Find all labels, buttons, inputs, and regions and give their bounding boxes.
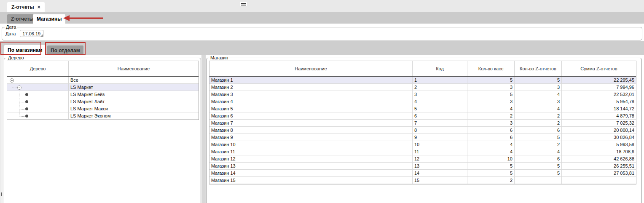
panel-splitter[interactable]: [201, 55, 206, 203]
tab-by-departments[interactable]: По отделам: [47, 45, 83, 55]
store-row[interactable]: Магазин 554418 144,72: [209, 105, 636, 112]
tree-row[interactable]: LS Маркет Бейз: [7, 91, 199, 98]
store-row[interactable]: Магазин 13135526 255,51: [209, 163, 636, 170]
tree-node-name[interactable]: LS Маркет: [69, 84, 199, 91]
store-name-cell: Магазин 12: [209, 155, 413, 162]
store-table: Наименование Код Кол-во касс Кол-во Z-от…: [209, 61, 636, 184]
store-code-cell: 13: [413, 163, 467, 169]
store-row[interactable]: Магазин 121210642 626,88: [209, 155, 636, 163]
store-z-count-cell: 2: [515, 141, 562, 148]
store-row[interactable]: Магазин 996530 826,84: [209, 134, 636, 141]
store-col-header-code[interactable]: Код: [413, 61, 467, 76]
tree-node-cell: [7, 77, 69, 83]
tree-row[interactable]: LS Маркет: [7, 84, 199, 91]
tree-table: Дерево Наименование ВсеLS МаркетLS Марке…: [7, 61, 199, 120]
store-z-sum-cell: 18 708,6: [562, 148, 636, 155]
splitter-grip-icon[interactable]: [240, 2, 247, 6]
window-tab-z-reports[interactable]: Z-отчеты ×: [7, 2, 45, 12]
tree-row[interactable]: LS Маркет Лайт: [7, 98, 199, 105]
store-cash-count-cell: 10: [467, 155, 515, 162]
date-value: 17.06.19: [22, 31, 40, 36]
store-z-count-cell: 2: [515, 120, 562, 126]
store-row[interactable]: Магазин 886620 808,14: [209, 127, 636, 134]
store-z-sum-cell: 30 826,84: [562, 134, 636, 141]
store-row[interactable]: Магазин 335422 532,01: [209, 91, 636, 98]
store-z-sum-cell: 5 993,58: [562, 141, 636, 148]
tree-connector-line: [19, 105, 19, 112]
splitter-handle-icon: [1, 192, 2, 196]
store-code-cell: 1: [413, 77, 467, 83]
store-row[interactable]: Магазин 11114418 708,6: [209, 148, 636, 155]
store-cash-count-cell: 5: [467, 170, 515, 176]
store-code-cell: 11: [413, 148, 467, 155]
tree-row[interactable]: LS Маркет Эконом: [7, 112, 199, 120]
tree-node-name[interactable]: LS Маркет Лайт: [69, 98, 199, 105]
store-row[interactable]: Магазин 115522 295,45: [209, 77, 636, 84]
store-code-cell: 15: [413, 177, 467, 184]
store-row[interactable]: Магазин 14145527 053,81: [209, 170, 636, 177]
tab-stores[interactable]: Магазины: [33, 14, 65, 24]
store-cash-count-cell: 2: [467, 112, 515, 119]
left-splitter[interactable]: [0, 55, 3, 203]
store-cash-count-cell: 6: [467, 127, 515, 134]
store-z-count-cell: 5: [515, 170, 562, 176]
date-input-grip-icon: [40, 34, 43, 37]
tree-node-name[interactable]: Все: [69, 77, 199, 83]
tree-node-name[interactable]: LS Маркет Эконом: [69, 112, 199, 119]
store-code-cell: 14: [413, 170, 467, 176]
store-z-count-cell: 3: [515, 98, 562, 105]
store-table-header: Наименование Код Кол-во касс Кол-во Z-от…: [209, 61, 636, 77]
store-z-sum-cell: 7 994,96: [562, 84, 636, 91]
tree-node-cell: [7, 98, 69, 105]
store-cash-count-cell: 5: [467, 163, 515, 169]
store-row[interactable]: Магазин 77327 025,32: [209, 120, 636, 127]
store-code-cell: 2: [413, 84, 467, 91]
view-tab-row: По магазинам По отделам: [0, 41, 644, 55]
store-z-count-cell: 6: [515, 127, 562, 134]
store-z-count-cell: 2: [515, 112, 562, 119]
tab-by-stores[interactable]: По магазинам: [4, 45, 46, 55]
store-col-header-name[interactable]: Наименование: [209, 61, 413, 76]
store-row[interactable]: Магазин 44335 954,78: [209, 98, 636, 105]
store-name-cell: Магазин 8: [209, 127, 413, 134]
close-icon[interactable]: ×: [38, 5, 40, 9]
store-row[interactable]: Магазин 1010425 993,58: [209, 141, 636, 148]
inner-tab-strip: Z-отчеты Магазины: [0, 12, 644, 24]
store-col-header-cash-count[interactable]: Кол-во касс: [467, 61, 515, 76]
collapse-icon[interactable]: [17, 85, 21, 90]
date-row: Дата Дата 17.06.19: [0, 24, 644, 41]
store-z-count-cell: 4: [515, 91, 562, 98]
tree-row[interactable]: LS Маркет Макси: [7, 105, 199, 112]
store-code-cell: 5: [413, 105, 467, 112]
tree-col-header-tree[interactable]: Дерево: [7, 61, 69, 76]
tree-connector-line: [12, 84, 12, 88]
store-code-cell: 6: [413, 112, 467, 119]
store-col-header-z-sum[interactable]: Сумма Z-отчетов: [562, 61, 636, 76]
store-col-header-z-count[interactable]: Кол-во Z-отчетов: [515, 61, 562, 76]
store-z-sum-cell: 4 879,78: [562, 112, 636, 119]
tree-connector-line: [19, 102, 24, 102]
store-cash-count-cell: 4: [467, 141, 515, 148]
store-row[interactable]: Магазин 22337 994,96: [209, 84, 636, 91]
app-window: Z-отчеты × Z-отчеты Магазины Дата Дата 1…: [0, 0, 644, 203]
store-row[interactable]: Магазин 15152: [209, 177, 636, 184]
store-code-cell: 7: [413, 120, 467, 126]
store-z-sum-cell: 22 295,45: [562, 77, 636, 83]
tree-row[interactable]: Все: [7, 77, 199, 84]
store-code-cell: 4: [413, 98, 467, 105]
store-row[interactable]: Магазин 66224 879,78: [209, 112, 636, 120]
store-z-count-cell: 5: [515, 163, 562, 169]
store-name-cell: Магазин 3: [209, 91, 413, 98]
store-code-cell: 12: [413, 155, 467, 162]
tree-col-header-name[interactable]: Наименование: [69, 61, 199, 76]
tree-node-name[interactable]: LS Маркет Макси: [69, 105, 199, 112]
tree-node-name[interactable]: LS Маркет Бейз: [69, 91, 199, 98]
date-input[interactable]: 17.06.19: [20, 30, 43, 37]
leaf-bullet-icon: [25, 115, 28, 118]
store-name-cell: Магазин 15: [209, 177, 413, 184]
store-name-cell: Магазин 6: [209, 112, 413, 119]
tree-connector-line: [19, 91, 19, 98]
collapse-icon[interactable]: [10, 78, 14, 83]
store-z-sum-cell: 22 532,01: [562, 91, 636, 98]
annotation-arrow-icon: [63, 14, 103, 22]
